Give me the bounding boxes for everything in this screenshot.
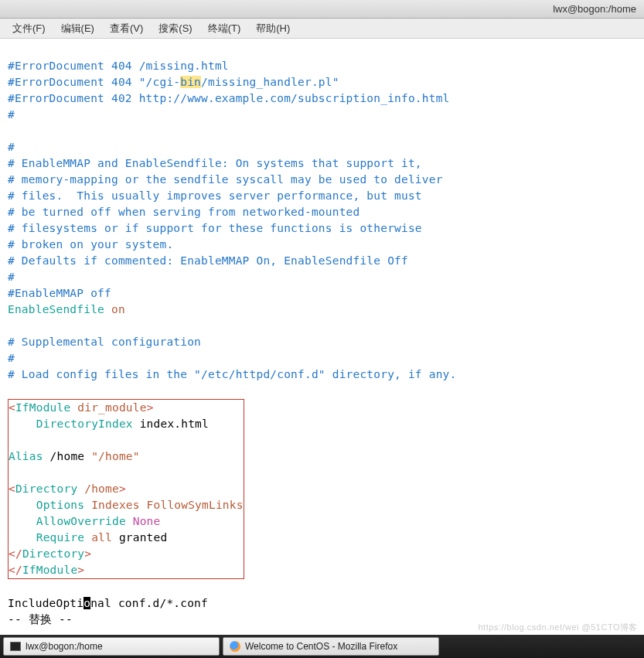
code-line: #ErrorDocument 404 "/cgi- <box>8 76 180 88</box>
menu-help[interactable]: 帮助(H) <box>248 22 298 36</box>
directive-name: Alias <box>9 450 43 462</box>
tag-name: Directory <box>15 482 77 495</box>
search-highlight: bin <box>180 76 201 88</box>
highlighted-config-block: <IfModule dir_module> DirectoryIndex ind… <box>8 399 244 579</box>
watermark-text: https://blog.csdn.net/wei @51CTO博客 <box>479 622 639 633</box>
code-line: # <box>8 141 15 153</box>
menu-search[interactable]: 搜索(S) <box>151 22 199 36</box>
tag-attr: dir_module <box>70 401 146 414</box>
tag-open: </ <box>9 564 22 576</box>
menu-file[interactable]: 文件(F) <box>5 22 53 36</box>
directive-name: Options <box>9 499 84 511</box>
code-line: # <box>8 352 15 364</box>
tag-close: > <box>77 564 84 576</box>
menu-bar: 文件(F) 编辑(E) 查看(V) 搜索(S) 终端(T) 帮助(H) <box>0 19 644 39</box>
code-line: # <box>8 271 15 283</box>
tag-attr: /home <box>77 482 119 495</box>
tag-close: > <box>119 482 126 495</box>
directive-value: granted <box>112 531 167 544</box>
directive-value: on <box>104 303 125 315</box>
window-title: lwx@bogon:/home <box>553 3 636 15</box>
menu-edit[interactable]: 编辑(E) <box>53 22 102 36</box>
code-line: /missing_handler.pl" <box>201 76 339 88</box>
window-titlebar: lwx@bogon:/home <box>0 0 644 19</box>
taskbar-item-label: lwx@bogon:/home <box>26 641 103 652</box>
directive-name: Require <box>9 531 84 544</box>
directive-value: Indexes FollowSymLinks <box>84 499 243 511</box>
code-line: nal conf.d/*.conf <box>90 597 208 609</box>
directive-value: /home <box>43 450 92 462</box>
taskbar-item-label: Welcome to CentOS - Mozilla Firefox <box>245 641 397 652</box>
code-line: # Defaults if commented: EnableMMAP On, … <box>8 254 408 267</box>
tag-name: IfModule <box>22 564 77 576</box>
code-line: #ErrorDocument 404 /missing.html <box>8 60 229 72</box>
directive-value: None <box>126 515 161 527</box>
code-line: # filesystems or if support for these fu… <box>8 222 422 234</box>
directive-value: index.html <box>133 418 209 430</box>
directive-value: all <box>84 531 112 544</box>
tag-name: IfModule <box>15 401 70 414</box>
terminal-content[interactable]: #ErrorDocument 404 /missing.html #ErrorD… <box>0 39 644 631</box>
code-line: # <box>8 108 15 121</box>
firefox-icon <box>230 641 240 652</box>
directive-name: AllowOverride <box>9 515 126 527</box>
code-line: # files. This usually improves server pe… <box>8 189 422 202</box>
cursor: o <box>83 597 90 609</box>
tag-open: < <box>9 482 15 495</box>
taskbar-item-terminal[interactable]: lwx@bogon:/home <box>3 637 220 656</box>
code-line: IncludeOpti <box>8 597 83 609</box>
code-line: # Supplemental configuration <box>8 336 201 348</box>
code-line: # broken on your system. <box>8 238 173 251</box>
menu-view[interactable]: 查看(V) <box>102 22 151 36</box>
taskbar: lwx@bogon:/home Welcome to CentOS - Mozi… <box>0 635 644 658</box>
taskbar-item-firefox[interactable]: Welcome to CentOS - Mozilla Firefox <box>223 637 439 656</box>
code-line: # memory-mapping or the sendfile syscall… <box>8 173 443 186</box>
directive-name: DirectoryIndex <box>9 418 133 430</box>
tag-open: </ <box>9 547 22 560</box>
tag-name: Directory <box>22 547 84 560</box>
code-line: # EnableMMAP and EnableSendfile: On syst… <box>8 157 422 169</box>
menu-terminal[interactable]: 终端(T) <box>200 22 249 36</box>
tag-close: > <box>84 547 91 560</box>
code-line: #ErrorDocument 402 http://www.example.co… <box>8 92 450 104</box>
vim-status-line: -- 替换 -- <box>8 613 73 626</box>
tag-open: < <box>9 401 15 414</box>
code-line: # Load config files in the "/etc/httpd/c… <box>8 368 456 380</box>
directive-name: EnableSendfile <box>8 303 104 315</box>
tag-close: > <box>147 401 154 414</box>
directive-string: "/home" <box>91 450 140 462</box>
code-line: #EnableMMAP off <box>8 287 111 299</box>
terminal-icon <box>10 642 21 651</box>
code-line: # be turned off when serving from networ… <box>8 206 359 218</box>
